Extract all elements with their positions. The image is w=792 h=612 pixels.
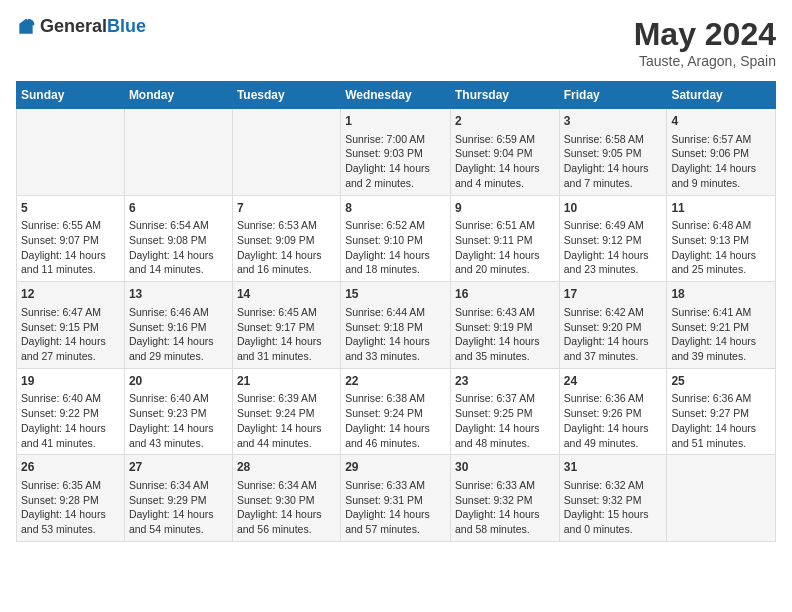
day-info: Sunrise: 6:36 AM Sunset: 9:26 PM Dayligh… (564, 391, 663, 450)
day-info: Sunrise: 6:55 AM Sunset: 9:07 PM Dayligh… (21, 218, 120, 277)
page-header: GeneralBlue May 2024 Tauste, Aragon, Spa… (16, 16, 776, 69)
day-cell: 25Sunrise: 6:36 AM Sunset: 9:27 PM Dayli… (667, 368, 776, 455)
day-cell: 11Sunrise: 6:48 AM Sunset: 9:13 PM Dayli… (667, 195, 776, 282)
day-number: 3 (564, 113, 663, 130)
day-cell: 23Sunrise: 6:37 AM Sunset: 9:25 PM Dayli… (450, 368, 559, 455)
day-info: Sunrise: 6:48 AM Sunset: 9:13 PM Dayligh… (671, 218, 771, 277)
day-cell: 6Sunrise: 6:54 AM Sunset: 9:08 PM Daylig… (124, 195, 232, 282)
header-thursday: Thursday (450, 82, 559, 109)
day-cell: 4Sunrise: 6:57 AM Sunset: 9:06 PM Daylig… (667, 109, 776, 196)
day-number: 28 (237, 459, 336, 476)
day-info: Sunrise: 6:54 AM Sunset: 9:08 PM Dayligh… (129, 218, 228, 277)
day-number: 5 (21, 200, 120, 217)
logo: GeneralBlue (16, 16, 146, 37)
day-number: 27 (129, 459, 228, 476)
day-number: 1 (345, 113, 446, 130)
day-info: Sunrise: 6:32 AM Sunset: 9:32 PM Dayligh… (564, 478, 663, 537)
day-number: 29 (345, 459, 446, 476)
day-cell: 15Sunrise: 6:44 AM Sunset: 9:18 PM Dayli… (341, 282, 451, 369)
day-info: Sunrise: 6:33 AM Sunset: 9:32 PM Dayligh… (455, 478, 555, 537)
calendar-header-row: SundayMondayTuesdayWednesdayThursdayFrid… (17, 82, 776, 109)
day-info: Sunrise: 6:47 AM Sunset: 9:15 PM Dayligh… (21, 305, 120, 364)
day-number: 12 (21, 286, 120, 303)
header-friday: Friday (559, 82, 667, 109)
week-row-5: 26Sunrise: 6:35 AM Sunset: 9:28 PM Dayli… (17, 455, 776, 542)
day-cell: 3Sunrise: 6:58 AM Sunset: 9:05 PM Daylig… (559, 109, 667, 196)
day-info: Sunrise: 6:40 AM Sunset: 9:22 PM Dayligh… (21, 391, 120, 450)
day-cell (667, 455, 776, 542)
day-number: 9 (455, 200, 555, 217)
day-cell: 2Sunrise: 6:59 AM Sunset: 9:04 PM Daylig… (450, 109, 559, 196)
day-number: 6 (129, 200, 228, 217)
logo-wordmark: GeneralBlue (40, 16, 146, 37)
day-number: 10 (564, 200, 663, 217)
subtitle: Tauste, Aragon, Spain (634, 53, 776, 69)
day-number: 31 (564, 459, 663, 476)
header-saturday: Saturday (667, 82, 776, 109)
day-number: 16 (455, 286, 555, 303)
logo-blue: Blue (107, 16, 146, 36)
day-info: Sunrise: 6:57 AM Sunset: 9:06 PM Dayligh… (671, 132, 771, 191)
main-title: May 2024 (634, 16, 776, 53)
day-info: Sunrise: 6:53 AM Sunset: 9:09 PM Dayligh… (237, 218, 336, 277)
week-row-2: 5Sunrise: 6:55 AM Sunset: 9:07 PM Daylig… (17, 195, 776, 282)
day-cell: 24Sunrise: 6:36 AM Sunset: 9:26 PM Dayli… (559, 368, 667, 455)
day-info: Sunrise: 6:36 AM Sunset: 9:27 PM Dayligh… (671, 391, 771, 450)
header-monday: Monday (124, 82, 232, 109)
header-sunday: Sunday (17, 82, 125, 109)
day-number: 23 (455, 373, 555, 390)
day-cell: 5Sunrise: 6:55 AM Sunset: 9:07 PM Daylig… (17, 195, 125, 282)
day-number: 15 (345, 286, 446, 303)
day-number: 26 (21, 459, 120, 476)
day-cell: 21Sunrise: 6:39 AM Sunset: 9:24 PM Dayli… (232, 368, 340, 455)
day-cell: 28Sunrise: 6:34 AM Sunset: 9:30 PM Dayli… (232, 455, 340, 542)
day-number: 19 (21, 373, 120, 390)
day-number: 11 (671, 200, 771, 217)
day-info: Sunrise: 6:37 AM Sunset: 9:25 PM Dayligh… (455, 391, 555, 450)
day-info: Sunrise: 6:41 AM Sunset: 9:21 PM Dayligh… (671, 305, 771, 364)
day-number: 4 (671, 113, 771, 130)
day-info: Sunrise: 6:52 AM Sunset: 9:10 PM Dayligh… (345, 218, 446, 277)
header-tuesday: Tuesday (232, 82, 340, 109)
day-info: Sunrise: 6:49 AM Sunset: 9:12 PM Dayligh… (564, 218, 663, 277)
header-wednesday: Wednesday (341, 82, 451, 109)
week-row-4: 19Sunrise: 6:40 AM Sunset: 9:22 PM Dayli… (17, 368, 776, 455)
day-info: Sunrise: 6:51 AM Sunset: 9:11 PM Dayligh… (455, 218, 555, 277)
day-cell: 16Sunrise: 6:43 AM Sunset: 9:19 PM Dayli… (450, 282, 559, 369)
day-info: Sunrise: 6:34 AM Sunset: 9:30 PM Dayligh… (237, 478, 336, 537)
day-cell: 8Sunrise: 6:52 AM Sunset: 9:10 PM Daylig… (341, 195, 451, 282)
day-number: 30 (455, 459, 555, 476)
day-cell: 20Sunrise: 6:40 AM Sunset: 9:23 PM Dayli… (124, 368, 232, 455)
day-info: Sunrise: 6:35 AM Sunset: 9:28 PM Dayligh… (21, 478, 120, 537)
day-cell: 14Sunrise: 6:45 AM Sunset: 9:17 PM Dayli… (232, 282, 340, 369)
week-row-1: 1Sunrise: 7:00 AM Sunset: 9:03 PM Daylig… (17, 109, 776, 196)
day-number: 8 (345, 200, 446, 217)
day-cell (232, 109, 340, 196)
day-info: Sunrise: 6:58 AM Sunset: 9:05 PM Dayligh… (564, 132, 663, 191)
day-info: Sunrise: 6:59 AM Sunset: 9:04 PM Dayligh… (455, 132, 555, 191)
day-number: 20 (129, 373, 228, 390)
day-cell: 7Sunrise: 6:53 AM Sunset: 9:09 PM Daylig… (232, 195, 340, 282)
day-number: 13 (129, 286, 228, 303)
day-cell: 19Sunrise: 6:40 AM Sunset: 9:22 PM Dayli… (17, 368, 125, 455)
day-number: 22 (345, 373, 446, 390)
calendar-table: SundayMondayTuesdayWednesdayThursdayFrid… (16, 81, 776, 542)
day-info: Sunrise: 6:45 AM Sunset: 9:17 PM Dayligh… (237, 305, 336, 364)
day-cell: 17Sunrise: 6:42 AM Sunset: 9:20 PM Dayli… (559, 282, 667, 369)
day-info: Sunrise: 6:39 AM Sunset: 9:24 PM Dayligh… (237, 391, 336, 450)
logo-icon (16, 17, 36, 37)
day-number: 18 (671, 286, 771, 303)
day-info: Sunrise: 6:46 AM Sunset: 9:16 PM Dayligh… (129, 305, 228, 364)
day-cell (124, 109, 232, 196)
day-number: 7 (237, 200, 336, 217)
day-number: 25 (671, 373, 771, 390)
day-info: Sunrise: 6:33 AM Sunset: 9:31 PM Dayligh… (345, 478, 446, 537)
day-cell: 30Sunrise: 6:33 AM Sunset: 9:32 PM Dayli… (450, 455, 559, 542)
day-number: 21 (237, 373, 336, 390)
day-number: 24 (564, 373, 663, 390)
day-cell: 1Sunrise: 7:00 AM Sunset: 9:03 PM Daylig… (341, 109, 451, 196)
day-cell: 26Sunrise: 6:35 AM Sunset: 9:28 PM Dayli… (17, 455, 125, 542)
day-cell: 12Sunrise: 6:47 AM Sunset: 9:15 PM Dayli… (17, 282, 125, 369)
day-number: 14 (237, 286, 336, 303)
day-info: Sunrise: 7:00 AM Sunset: 9:03 PM Dayligh… (345, 132, 446, 191)
